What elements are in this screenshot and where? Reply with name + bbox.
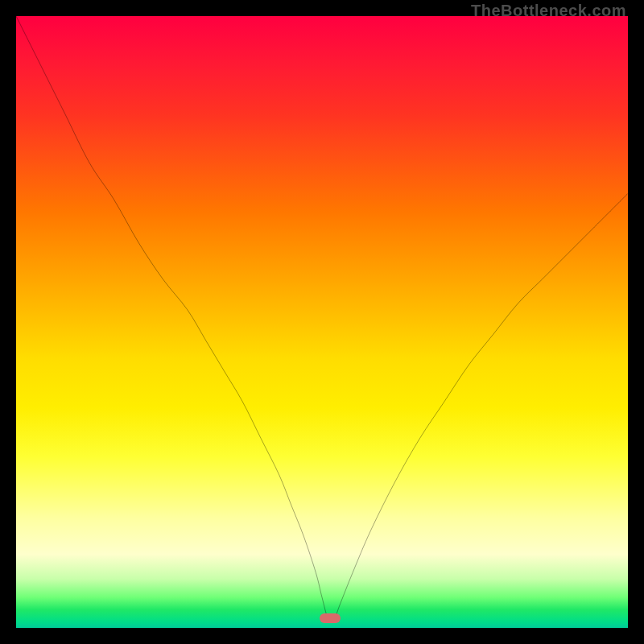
curve-path bbox=[16, 16, 628, 621]
bottleneck-curve bbox=[16, 16, 628, 628]
chart-frame: TheBottleneck.com bbox=[0, 0, 644, 644]
watermark-text: TheBottleneck.com bbox=[471, 2, 626, 20]
minimum-marker bbox=[320, 613, 341, 623]
